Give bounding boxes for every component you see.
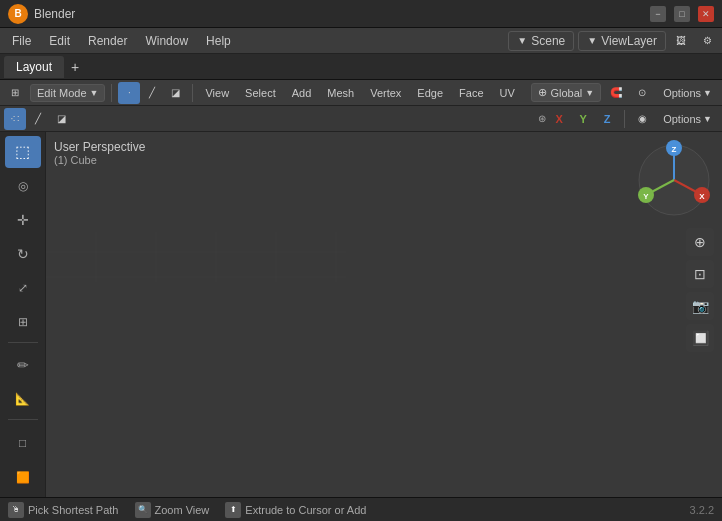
close-button[interactable]: ✕: [698, 6, 714, 22]
menu-file[interactable]: File: [4, 32, 39, 50]
vertex-menu[interactable]: Vertex: [364, 85, 407, 101]
edge-select-icon[interactable]: ╱: [27, 108, 49, 130]
overlay-icon[interactable]: ◉: [631, 108, 653, 130]
sub-header: ·∷ ╱ ◪ ⊛ X Y Z ◉ Options ▼: [0, 106, 722, 132]
options-header-button[interactable]: Options ▼: [657, 111, 718, 127]
view-layer-name: ViewLayer: [601, 34, 657, 48]
maximize-button[interactable]: □: [674, 6, 690, 22]
view-menu[interactable]: View: [199, 85, 235, 101]
add-cube-tool-button[interactable]: □: [5, 427, 41, 459]
extrude-tool-button[interactable]: 🟧: [5, 461, 41, 493]
svg-text:Y: Y: [643, 192, 649, 201]
svg-text:Z: Z: [672, 145, 677, 154]
axis-constraints: ⊛ X Y Z: [538, 108, 618, 130]
mesh-menu[interactable]: Mesh: [321, 85, 360, 101]
proportional-edit-icon[interactable]: ⊙: [631, 82, 653, 104]
status-item-2: 🔍 Zoom View: [135, 502, 210, 518]
menu-window[interactable]: Window: [137, 32, 196, 50]
perspective-toggle-button[interactable]: ⊕: [686, 228, 714, 256]
minimize-button[interactable]: −: [650, 6, 666, 22]
cursor-tool-button[interactable]: ◎: [5, 170, 41, 202]
menu-render[interactable]: Render: [80, 32, 135, 50]
3d-viewport[interactable]: User Perspective (1) Cube Z X: [46, 132, 722, 497]
move-tool-button[interactable]: ✛: [5, 204, 41, 236]
blender-logo: B: [8, 4, 28, 24]
transform-orientation-icon: ⊕: [538, 86, 547, 99]
face-select-btn[interactable]: ◪: [164, 82, 186, 104]
scale-tool-button[interactable]: ⤢: [5, 272, 41, 304]
z-axis-btn[interactable]: Z: [596, 108, 618, 130]
render-view-button[interactable]: 🔲: [686, 324, 714, 352]
select-menu[interactable]: Select: [239, 85, 282, 101]
measure-tool-button[interactable]: 📐: [5, 383, 41, 415]
workspace-tabs: Layout +: [0, 54, 722, 79]
main-area: ⬚ ◎ ✛ ↻ ⤢ ⊞ ✏ 📐 □ 🟧: [0, 132, 722, 497]
render-icon[interactable]: 🖼: [670, 30, 692, 52]
annotate-tool-button[interactable]: ✏: [5, 349, 41, 381]
orthographic-toggle-button[interactable]: ⊡: [686, 260, 714, 288]
right-gizmo-buttons: ⊕ ⊡ 📷 🔲: [686, 228, 714, 352]
transform-pivot-icon: ⊛: [538, 113, 546, 124]
status-item-3: ⬆ Extrude to Cursor or Add: [225, 502, 366, 518]
zoom-icon: 🔍: [135, 502, 151, 518]
y-axis-btn[interactable]: Y: [572, 108, 594, 130]
mesh-select-icons: ·∷ ╱ ◪: [4, 108, 72, 130]
vertex-select-btn[interactable]: ·: [118, 82, 140, 104]
object-name-label: (1) Cube: [54, 154, 145, 166]
window-title: Blender: [34, 7, 650, 21]
add-menu[interactable]: Add: [286, 85, 318, 101]
viewport-label: User Perspective (1) Cube: [54, 140, 145, 166]
perspective-label: User Perspective: [54, 140, 145, 154]
viewport-gizmo[interactable]: Z X Y: [634, 140, 714, 220]
transform-orientation[interactable]: ⊕ Global ▼: [531, 83, 601, 102]
svg-text:X: X: [699, 192, 705, 201]
face-select-icon[interactable]: ◪: [50, 108, 72, 130]
extrude-icon: ⬆: [225, 502, 241, 518]
face-menu[interactable]: Face: [453, 85, 489, 101]
separator-1: [111, 84, 112, 102]
uv-menu[interactable]: UV: [494, 85, 521, 101]
options-label: Options: [663, 87, 701, 99]
status-text-1: Pick Shortest Path: [28, 504, 119, 516]
edge-select-btn[interactable]: ╱: [141, 82, 163, 104]
settings-icon[interactable]: ⚙: [696, 30, 718, 52]
mouse-icon: 🖱: [8, 502, 24, 518]
menu-help[interactable]: Help: [198, 32, 239, 50]
viewport-header: ⊞ Edit Mode ▼ · ╱ ◪ View Select Add Mesh…: [0, 80, 722, 106]
version-label: 3.2.2: [690, 504, 714, 516]
menu-edit[interactable]: Edit: [41, 32, 78, 50]
rotate-tool-button[interactable]: ↻: [5, 238, 41, 270]
workspace-bar: Layout +: [0, 54, 722, 80]
status-text-2: Zoom View: [155, 504, 210, 516]
select-tool-button[interactable]: ⬚: [5, 136, 41, 168]
mode-selector[interactable]: Edit Mode ▼: [30, 84, 105, 102]
vertex-select-icon[interactable]: ·∷: [4, 108, 26, 130]
separator-2: [192, 84, 193, 102]
status-text-3: Extrude to Cursor or Add: [245, 504, 366, 516]
separator-3: [624, 110, 625, 128]
scene-name: Scene: [531, 34, 565, 48]
editor-type-icon[interactable]: ⊞: [4, 82, 26, 104]
mode-dropdown-icon: ▼: [90, 88, 99, 98]
transform-orientation-label: Global: [550, 87, 582, 99]
scene-dropdown-icon: ▼: [517, 35, 527, 46]
snap-icon[interactable]: 🧲: [605, 82, 627, 104]
status-item-1: 🖱 Pick Shortest Path: [8, 502, 119, 518]
titlebar: B Blender − □ ✕: [0, 0, 722, 28]
scene-selector[interactable]: ▼ Scene: [508, 31, 574, 51]
mode-label: Edit Mode: [37, 87, 87, 99]
transform-tool-button[interactable]: ⊞: [5, 306, 41, 338]
menu-bar: File Edit Render Window Help ▼ Scene ▼ V…: [0, 28, 722, 54]
select-mode-group: · ╱ ◪: [118, 82, 186, 104]
tab-layout[interactable]: Layout: [4, 56, 64, 78]
camera-view-button[interactable]: 📷: [686, 292, 714, 320]
add-workspace-button[interactable]: +: [64, 56, 86, 78]
view-layer-dropdown-icon: ▼: [587, 35, 597, 46]
left-toolbar: ⬚ ◎ ✛ ↻ ⤢ ⊞ ✏ 📐 □ 🟧: [0, 132, 46, 497]
view-layer-selector[interactable]: ▼ ViewLayer: [578, 31, 666, 51]
options-header-label: Options: [663, 113, 701, 125]
statusbar: 🖱 Pick Shortest Path 🔍 Zoom View ⬆ Extru…: [0, 497, 722, 521]
options-button[interactable]: Options ▼: [657, 85, 718, 101]
edge-menu[interactable]: Edge: [411, 85, 449, 101]
x-axis-btn[interactable]: X: [548, 108, 570, 130]
